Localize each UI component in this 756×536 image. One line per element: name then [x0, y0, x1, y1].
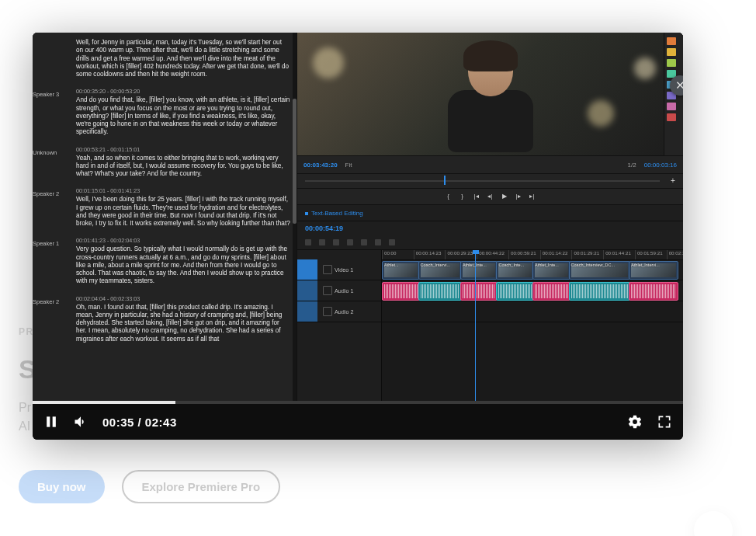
transcript-timecode: 00:02:04:04 - 00:02:33:03 [76, 295, 290, 302]
track-header[interactable]: Audio 2 [297, 301, 381, 322]
track-mute-toggle[interactable] [323, 307, 332, 316]
video-time-display: 00:35 / 02:43 [102, 416, 177, 429]
svg-rect-0 [47, 416, 50, 426]
audio-lane[interactable] [382, 301, 683, 322]
fullscreen-icon [657, 414, 672, 430]
close-icon: ✕ [675, 78, 684, 92]
transcript-text[interactable]: Oh, man. I found out that, [filler] this… [76, 304, 290, 343]
audio-clip[interactable] [629, 282, 678, 301]
audio-clip[interactable] [569, 282, 631, 301]
video-clip[interactable]: Coach_Interview_DC... [569, 261, 631, 280]
track-target-toggle[interactable] [297, 301, 317, 322]
color-swatch[interactable] [667, 113, 676, 121]
audio-lane[interactable] [382, 280, 683, 301]
color-swatch[interactable] [667, 48, 676, 56]
track-target-toggle[interactable] [297, 259, 317, 280]
track-label: Audio 1 [335, 287, 353, 294]
ruler-tick: 00:00:59:21 [508, 250, 536, 259]
monitor-playhead[interactable] [444, 176, 446, 185]
gear-icon [627, 414, 643, 430]
step-back-icon[interactable]: ◂| [487, 193, 494, 200]
go-to-in-icon[interactable]: |◂ [473, 193, 480, 200]
transcript-text[interactable]: Well, for Jenny in particular, man, toda… [76, 39, 290, 78]
color-swatch[interactable] [667, 103, 676, 110]
clip-label: Athlet... [384, 263, 399, 267]
monitor-resolution[interactable]: 1/2 [628, 162, 636, 169]
transcript-segment[interactable]: Speaker 200:01:15:01 - 00:01:41:23Well, … [33, 183, 297, 232]
monitor-info-bar: 00:03:43:20 Fit 1/2 00:00:03:16 [297, 155, 683, 174]
audio-clip[interactable] [496, 282, 534, 301]
settings-button[interactable] [627, 414, 643, 430]
tool-icon[interactable] [389, 239, 395, 245]
ruler-tick: 00:01:29:21 [571, 250, 599, 259]
text-based-editing-toggle[interactable]: Text-Based Editing [305, 210, 363, 217]
track-label: Audio 2 [335, 308, 353, 315]
tool-icon[interactable] [361, 239, 367, 245]
monitor-transport: { } |◂ ◂| ▶ |▸ ▸| [297, 189, 683, 205]
video-clip[interactable]: Athlet_Inte... [532, 261, 570, 280]
transcript-text[interactable]: Well, I've been doing this for 25 years.… [76, 196, 290, 228]
add-marker-icon[interactable]: + [669, 177, 677, 185]
mark-out-icon[interactable]: } [459, 193, 466, 200]
svg-rect-1 [53, 416, 56, 426]
bokeh-decoration [313, 47, 344, 78]
timeline-canvas[interactable]: 00:0000:00:14:2300:00:29:2300:00:44:2200… [382, 250, 683, 401]
transcript-segment[interactable]: Speaker 100:01:41:23 - 00:02:04:03Very g… [33, 232, 297, 290]
clip-label: Athlet_Intervi... [631, 263, 660, 267]
monitor-scrub-bar[interactable]: + [297, 174, 683, 189]
color-swatch[interactable] [667, 59, 676, 67]
transcript-segment[interactable]: Speaker 200:02:04:04 - 00:02:33:03Oh, ma… [33, 291, 297, 348]
track-label: Video 1 [335, 266, 353, 273]
mark-in-icon[interactable]: { [445, 193, 453, 200]
transcript-speaker: Speaker 3 [33, 88, 70, 136]
transcript-segment[interactable]: Speaker 300:00:35:20 - 00:00:53:20And do… [33, 83, 297, 141]
tool-icon[interactable] [347, 239, 353, 245]
volume-icon [73, 414, 88, 430]
mute-button[interactable] [73, 414, 88, 430]
transcript-timecode: 00:00:35:20 - 00:00:53:20 [76, 88, 290, 95]
step-fwd-icon[interactable]: |▸ [515, 193, 522, 200]
sequence-timecode: 00:00:54:19 [297, 221, 683, 235]
audio-clip[interactable] [532, 282, 570, 301]
monitor-timecode-left: 00:03:43:20 [303, 162, 338, 169]
ruler-tick: 00:01:14:22 [540, 250, 568, 259]
tool-icon[interactable] [333, 239, 339, 245]
video-clip[interactable]: Coach_Intervi... [418, 261, 462, 280]
track-header[interactable]: Audio 1 [297, 280, 381, 301]
color-swatch[interactable] [667, 37, 676, 45]
monitor-fit-label[interactable]: Fit [345, 162, 352, 169]
track-mute-toggle[interactable] [323, 265, 332, 274]
transcript-speaker: Unknown [33, 146, 70, 179]
audio-clip[interactable] [382, 282, 420, 301]
ruler-tick: 00:02:14:20 [667, 250, 683, 259]
transcript-scrollbar[interactable] [293, 33, 297, 401]
bokeh-decoration [634, 57, 656, 79]
track-mute-toggle[interactable] [323, 286, 332, 295]
fullscreen-button[interactable] [657, 414, 672, 430]
video-lane[interactable]: Athlet...Coach_Intervi...Athlet_Inte...C… [382, 259, 683, 280]
tool-icon[interactable] [305, 239, 311, 245]
tool-icon[interactable] [319, 239, 325, 245]
transcript-segment[interactable]: Unknown00:00:53:21 - 00:01:15:01Yeah, an… [33, 141, 297, 183]
timeline-header: Text-Based Editing [297, 205, 683, 221]
audio-clip[interactable] [418, 282, 462, 301]
track-target-toggle[interactable] [297, 280, 317, 301]
go-to-out-icon[interactable]: ▸| [529, 193, 536, 200]
track-header[interactable]: Video 1 [297, 259, 381, 280]
transcript-text[interactable]: Yeah, and so when it comes to either bri… [76, 155, 290, 179]
track-headers: Video 1Audio 1Audio 2 [297, 250, 382, 401]
transcript-text[interactable]: Very good question. So typically what I … [76, 245, 290, 285]
video-clip[interactable]: Athlet_Inte... [460, 261, 498, 280]
transcript-speaker: Speaker 2 [33, 295, 70, 343]
video-clip[interactable]: Athlet... [382, 261, 420, 280]
video-clip[interactable]: Coach_Inte... [496, 261, 534, 280]
transcript-text[interactable]: And do you find that, like, [filler] you… [76, 96, 290, 136]
audio-clip[interactable] [460, 282, 498, 301]
tool-icon[interactable] [375, 239, 381, 245]
video-clip[interactable]: Athlet_Intervi... [629, 261, 678, 280]
transcript-segment[interactable]: Well, for Jenny in particular, man, toda… [33, 33, 297, 83]
play-icon[interactable]: ▶ [501, 193, 508, 200]
timeline-playhead[interactable] [475, 250, 476, 401]
transcript-scroll-thumb[interactable] [293, 99, 297, 224]
pause-button[interactable] [43, 414, 59, 430]
